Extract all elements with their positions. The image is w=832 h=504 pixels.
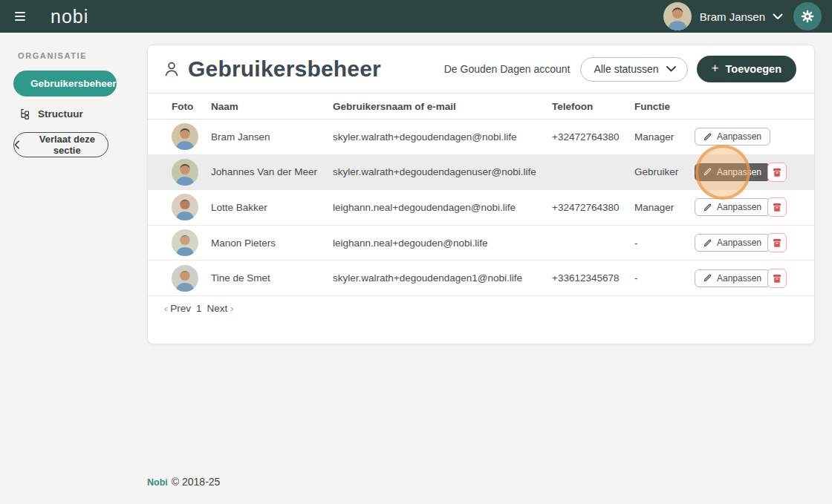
user-icon (163, 60, 181, 78)
sidebar-item-structuur[interactable]: Structuur (13, 104, 147, 123)
user-role-cell: Manager (634, 202, 695, 213)
table-row: Tine de Smet skyler.walrath+degoudendage… (148, 261, 814, 296)
delete-user-button[interactable] (767, 197, 787, 217)
edit-user-button[interactable]: Aanpassen (695, 269, 770, 287)
user-role-cell: - (634, 272, 695, 284)
account-label: De Gouden Dagen account (444, 63, 571, 75)
edit-user-button[interactable]: Aanpassen (695, 198, 770, 216)
trash-icon (772, 273, 782, 284)
column-header-naam: Naam (211, 101, 333, 112)
column-header-telefoon: Telefoon (552, 101, 634, 112)
user-photo (172, 194, 211, 220)
user-management-panel: Gebruikersbeheer De Gouden Dagen account… (147, 45, 815, 344)
user-phone-cell: +33612345678 (552, 272, 634, 284)
edit-button-label: Aanpassen (717, 273, 761, 284)
column-header-functie: Functie (634, 101, 695, 112)
table-header-row: Foto Naam Gebruikersnaam of e-mail Telef… (148, 93, 814, 120)
pencil-icon (703, 133, 712, 141)
status-filter-value: Alle statussen (594, 63, 658, 75)
user-photo (172, 229, 211, 256)
user-role-cell: Gebruiker (634, 166, 695, 177)
chevron-left-icon (14, 140, 20, 149)
edit-button-label: Aanpassen (717, 202, 761, 212)
pencil-icon (703, 274, 712, 282)
add-button-label: Toevoegen (726, 63, 781, 75)
footer-copyright: © 2018-25 (172, 476, 221, 488)
user-role-cell: - (634, 238, 695, 249)
pagination-next[interactable]: Next › (207, 303, 234, 314)
edit-button-label: Aanpassen (717, 238, 761, 248)
edit-button-label: Aanpassen (717, 131, 761, 142)
add-user-button[interactable]: + Toevoegen (697, 56, 796, 82)
user-name-cell: Tine de Smet (211, 272, 333, 284)
pencil-icon (703, 239, 712, 247)
user-email-cell: skyler.walrath+degoudendagen1@nobi.life (333, 272, 552, 284)
nobi-logo: nobi (51, 6, 88, 27)
delete-user-button[interactable] (767, 163, 787, 182)
footer: Nobi © 2018-25 (147, 476, 220, 488)
user-photo (172, 265, 211, 292)
pagination-prev[interactable]: ‹ Prev (164, 303, 191, 314)
sidebar-item-label: Gebruikersbeheer (30, 78, 117, 89)
user-phone-cell: +32472764380 (552, 202, 634, 213)
chevron-down-icon (666, 66, 676, 72)
column-header-foto: Foto (172, 101, 211, 112)
gear-icon (800, 9, 815, 24)
user-name[interactable]: Bram Jansen (700, 10, 765, 23)
status-filter-select[interactable]: Alle statussen (580, 57, 687, 82)
user-email-cell: skyler.walrath+degoudendagenuser@nobi.li… (333, 166, 552, 177)
topbar: nobi Bram Jansen (0, 0, 832, 33)
user-name-cell: Manon Pieters (211, 238, 333, 249)
table-row: Bram Jansen skyler.walrath+degoudendagen… (148, 120, 814, 155)
user-role-cell: Manager (634, 131, 695, 143)
panel-header: Gebruikersbeheer De Gouden Dagen account… (148, 45, 814, 93)
delete-user-button[interactable] (767, 269, 787, 288)
trash-icon (772, 167, 782, 177)
pagination: ‹ Prev 1 Next › (164, 303, 814, 314)
column-header-email: Gebruikersnaam of e-mail (333, 101, 552, 112)
sidebar: ORGANISATIE Gebruikersbeheer Structuur V… (0, 33, 147, 157)
user-email-cell: leighann.neal+degouden@nobi.life (333, 238, 552, 249)
user-email-cell: skyler.walrath+degoudendagen@nobi.life (333, 131, 552, 143)
user-phone-cell: +32472764380 (552, 131, 634, 143)
chevron-down-icon[interactable] (773, 13, 783, 20)
pagination-page-1[interactable]: 1 (196, 303, 202, 314)
trash-icon (772, 238, 782, 248)
table-row: Manon Pieters leighann.neal+degouden@nob… (148, 226, 814, 261)
pencil-icon (703, 168, 712, 176)
edit-user-button[interactable]: Aanpassen (695, 234, 770, 252)
user-name-cell: Johannes Van der Meer (211, 166, 333, 177)
user-name-cell: Bram Jansen (211, 131, 333, 143)
table-row: Lotte Bakker leighann.neal+degoudendagen… (148, 190, 814, 226)
user-avatar[interactable] (663, 2, 692, 30)
footer-brand-link[interactable]: Nobi (147, 477, 168, 488)
delete-user-button[interactable] (767, 233, 787, 252)
table-row: Johannes Van der Meer skyler.walrath+deg… (148, 155, 814, 191)
edit-button-label: Aanpassen (717, 167, 761, 177)
settings-button[interactable] (793, 2, 822, 30)
trash-icon (772, 202, 782, 212)
edit-user-button[interactable]: Aanpassen (695, 163, 770, 181)
edit-user-button[interactable]: Aanpassen (695, 128, 770, 145)
sidebar-section-label: ORGANISATIE (18, 51, 147, 60)
user-email-cell: leighann.neal+degoudendagen@nobi.life (333, 202, 552, 213)
plus-icon: + (712, 61, 719, 76)
hamburger-menu-icon[interactable] (10, 5, 36, 27)
pencil-icon (703, 203, 712, 212)
user-photo (172, 123, 211, 150)
structure-icon (19, 108, 30, 120)
user-name-cell: Lotte Bakker (211, 202, 333, 213)
sidebar-item-label: Structuur (38, 108, 83, 120)
page-title: Gebruikersbeheer (188, 56, 381, 82)
leave-section-label: Verlaat deze sectie (27, 134, 108, 156)
leave-section-button[interactable]: Verlaat deze sectie (13, 132, 108, 157)
sidebar-item-gebruikersbeheer[interactable]: Gebruikersbeheer (13, 71, 117, 96)
user-photo (172, 159, 211, 186)
